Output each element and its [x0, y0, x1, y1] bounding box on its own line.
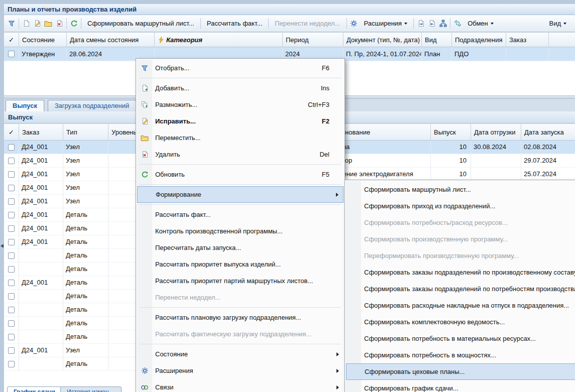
column-header-period[interactable]: Период: [283, 33, 343, 47]
import-icon[interactable]: [426, 18, 437, 29]
toolbar-separator: [347, 18, 347, 29]
table-cell: Д24_001: [19, 276, 63, 289]
table-cell: 29.07.2024: [521, 154, 575, 167]
table-cell: Деталь: [63, 317, 108, 330]
edit-document-icon[interactable]: [32, 18, 43, 29]
splitter-collapse-arrow[interactable]: [1, 244, 4, 248]
menu-item[interactable]: Сформировать потребность в материальных …: [346, 330, 575, 347]
folder-icon: [137, 135, 152, 142]
filter-icon[interactable]: [6, 18, 17, 29]
table-cell: Деталь: [63, 276, 108, 289]
check-column-header[interactable]: ✓: [4, 33, 19, 47]
column-header-launch-date[interactable]: Дата запуска: [521, 124, 575, 141]
row-checkbox[interactable]: [8, 171, 15, 178]
table-cell: [471, 168, 521, 181]
column-header-state-date[interactable]: Дата смены состояния: [67, 33, 155, 47]
row-checkbox[interactable]: [8, 252, 15, 259]
column-header-output[interactable]: Выпуск: [431, 124, 471, 141]
new-document-icon[interactable]: [21, 18, 32, 29]
table-cell: 25.07.2024: [521, 168, 575, 181]
hierarchy-icon[interactable]: [437, 18, 448, 29]
column-header-ship-date[interactable]: Дата отгрузки: [471, 124, 521, 141]
row-checkbox[interactable]: [8, 334, 15, 340]
tab-istoriya-izmenenij[interactable]: История изменений: [60, 386, 122, 392]
delete-document-icon[interactable]: [54, 18, 65, 29]
row-checkbox[interactable]: [8, 347, 15, 354]
row-checkbox[interactable]: [8, 198, 15, 205]
column-header-order[interactable]: Заказ: [19, 124, 63, 141]
menu-item[interactable]: Контроль производственной программы...: [137, 223, 343, 239]
table-cell: [549, 47, 575, 61]
row-checkbox[interactable]: [8, 225, 15, 232]
export-icon[interactable]: [415, 18, 426, 29]
menu-item[interactable]: Сформировать заказы подразделений по пот…: [346, 281, 575, 297]
column-header-state[interactable]: Состояние: [19, 33, 67, 47]
format-route-sheet-button[interactable]: Сформировать маршрутный лист...: [83, 18, 199, 29]
row-checkbox[interactable]: [8, 239, 15, 245]
section-title: Выпуск: [8, 113, 33, 121]
table-cell: Деталь: [63, 290, 108, 303]
menu-item[interactable]: Сформировать маршрутный лист...: [346, 181, 575, 198]
calculate-fact-button[interactable]: Рассчитать факт...: [202, 18, 267, 29]
row-checkbox[interactable]: [8, 51, 15, 57]
row-checkbox[interactable]: [8, 158, 15, 164]
column-header-department[interactable]: Подразделения: [452, 33, 506, 47]
menu-item[interactable]: Сформировать цеховые планы...: [346, 363, 575, 380]
row-checkbox[interactable]: [8, 185, 15, 191]
menu-item[interactable]: Исправить...F2: [137, 113, 343, 129]
menu-item[interactable]: Сформировать потребность в мощностях...: [346, 347, 575, 363]
column-header-kind[interactable]: Вид: [422, 33, 452, 47]
menu-item[interactable]: Сформировать комплектовочную ведомость..…: [346, 314, 575, 330]
toolbar-separator: [450, 18, 450, 29]
table-cell: ПДО: [452, 47, 506, 61]
window-frame-left: [0, 0, 4, 392]
menu-item[interactable]: Рассчитать плановую загрузку подразделен…: [137, 309, 343, 326]
menu-item[interactable]: Состояние: [137, 346, 343, 362]
column-header-category[interactable]: Категория: [155, 33, 283, 47]
row-checkbox[interactable]: [8, 293, 15, 300]
menu-separator: [140, 204, 341, 205]
links-icon: [137, 384, 152, 390]
menu-item[interactable]: Переместить...: [137, 129, 343, 146]
menu-item[interactable]: Связи: [137, 379, 343, 392]
chevron-down-icon: [563, 23, 566, 25]
menu-item[interactable]: Добавить...Ins: [137, 80, 343, 96]
table-cell: [19, 317, 63, 330]
exchange-button[interactable]: Обмен: [463, 18, 498, 29]
menu-item[interactable]: Рассчитать приоритет партий маршрутных л…: [137, 273, 343, 289]
tab-zagruzka-podrazdelenij[interactable]: Загрузка подразделений: [48, 100, 137, 111]
tab-vypusk[interactable]: Выпуск: [6, 100, 44, 111]
menu-item[interactable]: Сформировать расходные накладные на отпу…: [346, 297, 575, 314]
table-cell: [19, 303, 63, 316]
row-checkbox[interactable]: [8, 280, 15, 286]
menu-item[interactable]: Сформировать приход из подразделений...: [346, 198, 575, 214]
menu-item[interactable]: Сформировать график сдачи...: [346, 380, 575, 392]
menu-item[interactable]: УдалитьDel: [137, 146, 343, 163]
refresh-icon[interactable]: [68, 18, 79, 29]
row-checkbox[interactable]: [8, 266, 15, 273]
column-header-document[interactable]: Документ (тип, №, дата): [343, 33, 422, 47]
move-document-icon[interactable]: [43, 18, 54, 29]
view-button[interactable]: Вид: [544, 18, 571, 29]
menu-item[interactable]: ОбновитьF5: [137, 166, 343, 183]
menu-item[interactable]: Отобрать...F6: [137, 60, 343, 76]
row-checkbox[interactable]: [8, 307, 15, 313]
menu-item[interactable]: Сформировать заказы подразделений по про…: [346, 264, 575, 281]
menu-item[interactable]: Рассчитать приоритет выпуска изделий...: [137, 256, 343, 273]
check-column-header[interactable]: ✓: [4, 124, 19, 141]
menu-item[interactable]: Расширения: [137, 362, 343, 379]
row-checkbox[interactable]: [8, 212, 15, 218]
column-header-order[interactable]: Заказ: [506, 33, 549, 47]
row-checkbox[interactable]: [8, 144, 15, 151]
row-checkbox[interactable]: [8, 320, 15, 327]
menu-item[interactable]: Пересчитать даты запуска...: [137, 239, 343, 256]
table-cell: Д24_001: [19, 181, 63, 194]
menu-item[interactable]: Размножить...Ctrl+F3: [137, 96, 343, 113]
extensions-button[interactable]: Расширения: [360, 18, 412, 29]
table-cell: [4, 330, 19, 343]
menu-item[interactable]: Рассчитать факт...: [137, 206, 343, 223]
menu-item[interactable]: Формирование: [137, 186, 343, 203]
tab-grafik-sdachi[interactable]: График сдачи: [7, 386, 62, 392]
column-header-type[interactable]: Тип: [63, 124, 108, 141]
row-checkbox[interactable]: [8, 361, 15, 367]
